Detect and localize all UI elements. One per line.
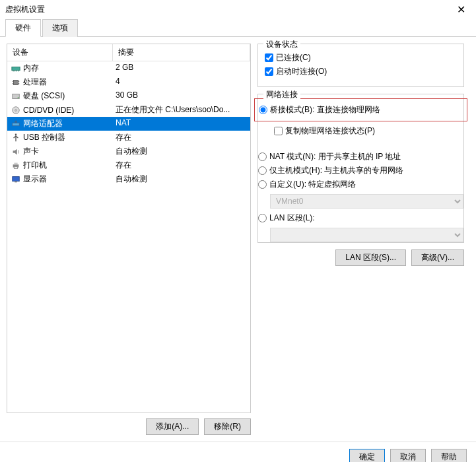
device-name: 声卡 [23,146,39,157]
nat-radio[interactable] [258,152,267,161]
disk-icon [11,92,20,101]
device-name: CD/DVD (IDE) [23,106,74,115]
bridged-row: 桥接模式(B): 直接连接物理网络 [259,104,463,116]
svg-rect-15 [15,120,17,123]
summary-cell: 2 GB [113,63,250,74]
svg-point-11 [18,96,19,98]
device-list-box: 设备 摘要 内存2 GB处理器4硬盘 (SCSI)30 GBCD/DVD (ID… [7,44,251,413]
tab-hardware[interactable]: 硬件 [5,19,41,37]
right-button-row: LAN 区段(S)... 高级(V)... [257,249,464,266]
left-button-row: 添加(A)... 移除(R) [7,418,251,435]
table-row[interactable]: USB 控制器存在 [7,131,250,145]
svg-rect-18 [14,162,17,164]
svg-point-16 [15,133,17,135]
replicate-label: 复制物理网络连接状态(P) [285,125,375,137]
content-area: 设备 摘要 内存2 GB处理器4硬盘 (SCSI)30 GBCD/DVD (ID… [0,37,476,442]
close-icon[interactable]: ✕ [452,3,471,16]
custom-row: 自定义(U): 特定虚拟网络 [258,179,463,190]
table-row[interactable]: 内存2 GB [7,61,250,75]
advanced-button[interactable]: 高级(V)... [411,249,464,266]
svg-rect-14 [13,123,20,125]
remove-button[interactable]: 移除(R) [204,418,251,435]
summary-cell: 30 GB [113,90,250,102]
table-row[interactable]: 硬盘 (SCSI)30 GB [7,89,250,103]
device-name: 打印机 [23,160,47,171]
tab-options[interactable]: 选项 [42,19,78,37]
add-button[interactable]: 添加(A)... [146,418,199,435]
connect-at-power-label: 启动时连接(O) [276,66,327,77]
svg-rect-0 [12,67,20,70]
connect-at-power-row: 启动时连接(O) [265,66,457,77]
table-row[interactable]: CD/DVD (IDE)正在使用文件 C:\Users\soo\Do... [7,103,250,117]
replicate-row: 复制物理网络连接状态(P) [274,125,463,137]
usb-icon [11,133,20,143]
table-header: 设备 摘要 [7,44,250,61]
cancel-button[interactable]: 取消 [390,449,426,462]
device-name: 网络适配器 [23,118,63,129]
lan-label: LAN 区段(L): [269,213,315,224]
summary-cell: 存在 [113,160,250,171]
header-summary[interactable]: 摘要 [113,44,250,61]
titlebar: 虚拟机设置 ✕ [0,0,476,18]
table-row[interactable]: 声卡自动检测 [7,145,250,158]
device-status-fieldset: 设备状态 已连接(C) 启动时连接(O) [257,44,464,87]
summary-cell: 正在使用文件 C:\Users\soo\Do... [113,104,250,116]
network-legend: 网络连接 [263,89,300,100]
left-panel: 设备 摘要 内存2 GB处理器4硬盘 (SCSI)30 GBCD/DVD (ID… [7,44,251,435]
lan-row: LAN 区段(L): [258,213,463,224]
device-cell: 显示器 [7,174,113,185]
net-icon [11,119,20,129]
help-button[interactable]: 帮助 [431,449,467,462]
hostonly-label: 仅主机模式(H): 与主机共享的专用网络 [269,165,403,176]
cpu-icon [11,78,20,87]
svg-rect-5 [14,80,18,84]
printer-icon [11,161,20,170]
bridged-radio[interactable] [259,106,267,114]
device-name: 显示器 [23,174,47,185]
connect-at-power-checkbox[interactable] [265,67,273,76]
custom-radio[interactable] [258,180,267,189]
table-row[interactable]: 打印机存在 [7,158,250,172]
bridged-label: 桥接模式(B): 直接连接物理网络 [270,104,380,116]
connected-checkbox[interactable] [265,53,273,62]
sound-icon [11,147,20,156]
device-name: 硬盘 (SCSI) [23,90,65,102]
summary-cell: 自动检测 [113,146,250,157]
nat-row: NAT 模式(N): 用于共享主机的 IP 地址 [258,151,463,162]
device-name: 处理器 [23,77,47,88]
device-cell: USB 控制器 [7,132,113,143]
device-name: 内存 [23,63,39,74]
hostonly-row: 仅主机模式(H): 与主机共享的专用网络 [258,165,463,176]
hostonly-radio[interactable] [258,166,267,175]
summary-cell: 存在 [113,132,250,143]
right-panel: 设备状态 已连接(C) 启动时连接(O) 网络连接 桥接模式(B): 直接连接物… [257,44,469,435]
table-row[interactable]: 处理器4 [7,75,250,89]
summary-cell: 自动检测 [113,174,250,185]
display-icon [11,175,20,184]
header-device[interactable]: 设备 [7,44,113,61]
tab-strip: 硬件 选项 [0,18,476,37]
svg-rect-4 [18,70,19,71]
table-row[interactable]: 网络适配器NAT [7,117,250,131]
ok-button[interactable]: 确定 [349,449,385,462]
custom-label: 自定义(U): 特定虚拟网络 [269,179,356,190]
connected-label: 已连接(C) [276,52,311,63]
lan-radio[interactable] [258,214,267,222]
network-fieldset: 网络连接 桥接模式(B): 直接连接物理网络 复制物理网络连接状态(P) NAT… [257,94,464,243]
replicate-checkbox[interactable] [274,127,283,135]
svg-rect-1 [13,70,14,71]
device-cell: 处理器 [7,77,113,88]
lan-segments-button[interactable]: LAN 区段(S)... [335,249,406,266]
lan-select[interactable] [270,228,463,242]
svg-rect-19 [14,166,17,168]
device-cell: 打印机 [7,160,113,171]
connected-row: 已连接(C) [265,52,457,63]
cd-icon [11,106,20,115]
summary-cell: 4 [113,77,250,88]
summary-cell: NAT [113,118,250,129]
table-row[interactable]: 显示器自动检测 [7,172,250,186]
custom-select[interactable]: VMnet0 [270,194,463,209]
svg-rect-3 [17,70,17,71]
device-cell: 内存 [7,63,113,74]
nat-label: NAT 模式(N): 用于共享主机的 IP 地址 [269,151,401,162]
